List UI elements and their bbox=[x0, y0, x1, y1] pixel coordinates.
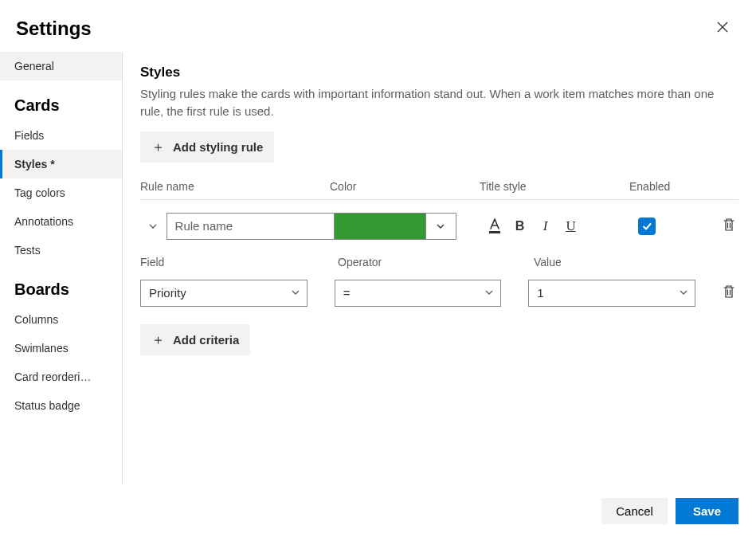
criteria-value-select[interactable]: 1 bbox=[528, 280, 695, 307]
add-criteria-label: Add criteria bbox=[173, 333, 239, 347]
chevron-down-icon bbox=[679, 288, 688, 297]
criteria-field-select[interactable]: Priority bbox=[140, 280, 307, 307]
col-header-color: Color bbox=[330, 180, 480, 193]
sidebar-item-general[interactable]: General bbox=[0, 52, 122, 80]
color-dropdown[interactable] bbox=[426, 213, 456, 240]
close-button[interactable] bbox=[711, 16, 734, 41]
section-description: Styling rules make the cards with import… bbox=[140, 85, 738, 120]
enabled-checkbox[interactable] bbox=[638, 218, 656, 235]
trash-icon bbox=[723, 218, 735, 232]
sidebar-section-boards: Boards bbox=[0, 265, 122, 305]
add-styling-rule-button[interactable]: ＋ Add styling rule bbox=[140, 131, 274, 163]
add-rule-label: Add styling rule bbox=[173, 140, 263, 154]
sidebar-item-tests[interactable]: Tests bbox=[0, 236, 122, 265]
col-header-title-style: Title style bbox=[480, 180, 629, 193]
criteria-header-field: Field bbox=[140, 256, 338, 268]
bold-button[interactable]: B bbox=[510, 215, 531, 237]
chevron-down-icon bbox=[291, 288, 300, 297]
trash-icon bbox=[723, 284, 735, 299]
col-header-enabled: Enabled bbox=[629, 180, 709, 193]
add-criteria-button[interactable]: ＋ Add criteria bbox=[140, 324, 250, 355]
italic-button[interactable]: I bbox=[535, 215, 556, 237]
col-header-name: Rule name bbox=[140, 180, 330, 193]
criteria-header-value: Value bbox=[534, 256, 709, 268]
sidebar-item-swimlanes[interactable]: Swimlanes bbox=[0, 334, 122, 363]
cancel-button[interactable]: Cancel bbox=[601, 498, 668, 524]
sidebar-item-tag-colors[interactable]: Tag colors bbox=[0, 178, 122, 207]
sidebar-item-status-badge[interactable]: Status badge bbox=[0, 391, 122, 420]
save-button[interactable]: Save bbox=[676, 498, 738, 524]
close-icon bbox=[716, 21, 729, 33]
criteria-row: Priority = 1 bbox=[140, 280, 738, 307]
chevron-down-icon bbox=[436, 221, 445, 231]
criteria-field-value: Priority bbox=[149, 286, 186, 300]
criteria-header-operator: Operator bbox=[338, 256, 534, 268]
chevron-down-icon bbox=[148, 221, 158, 231]
expand-toggle[interactable] bbox=[140, 221, 166, 231]
sidebar-section-cards: Cards bbox=[0, 80, 122, 121]
underline-button[interactable]: U bbox=[561, 215, 582, 237]
criteria-value-value: 1 bbox=[537, 286, 543, 300]
color-swatch[interactable] bbox=[335, 213, 426, 240]
sidebar-item-fields[interactable]: Fields bbox=[0, 121, 122, 150]
dialog-footer: Cancel Save bbox=[584, 485, 756, 537]
plus-icon: ＋ bbox=[151, 138, 165, 156]
delete-criteria-button[interactable] bbox=[719, 281, 738, 304]
plus-icon: ＋ bbox=[151, 331, 165, 349]
settings-sidebar: General Cards Fields Styles * Tag colors… bbox=[0, 52, 123, 485]
delete-rule-button[interactable] bbox=[719, 214, 738, 237]
criteria-operator-select[interactable]: = bbox=[335, 280, 502, 307]
page-title: Settings bbox=[16, 18, 92, 40]
chevron-down-icon bbox=[484, 288, 494, 297]
main-panel: Styles Styling rules make the cards with… bbox=[123, 52, 756, 485]
rule-row: B I U bbox=[140, 200, 738, 251]
criteria-operator-value: = bbox=[343, 286, 351, 300]
text-color-icon bbox=[488, 218, 502, 234]
rule-name-input[interactable] bbox=[166, 213, 335, 240]
title-color-button[interactable] bbox=[484, 215, 505, 237]
svg-rect-0 bbox=[489, 231, 500, 233]
sidebar-item-styles[interactable]: Styles * bbox=[0, 150, 122, 178]
sidebar-item-columns[interactable]: Columns bbox=[0, 305, 122, 334]
sidebar-item-card-reordering[interactable]: Card reorderi… bbox=[0, 363, 122, 391]
sidebar-item-annotations[interactable]: Annotations bbox=[0, 207, 122, 236]
check-icon bbox=[641, 221, 652, 232]
section-title: Styles bbox=[140, 65, 738, 80]
